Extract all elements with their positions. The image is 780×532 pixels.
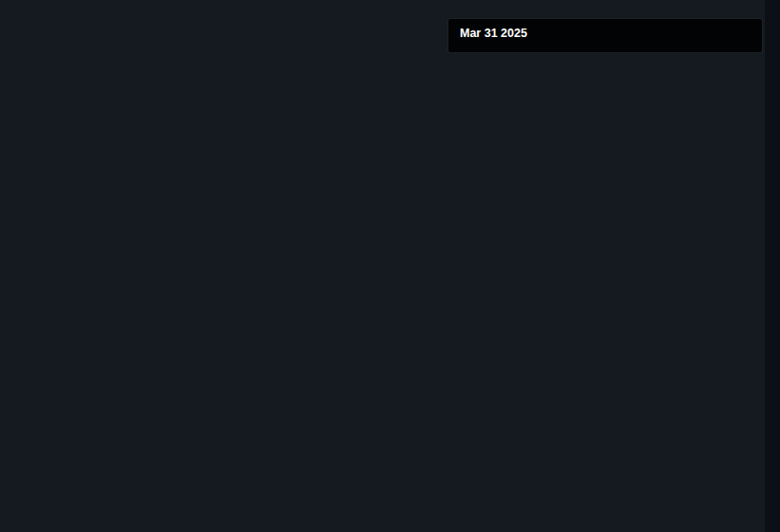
cashflow-history-chart[interactable] <box>0 0 780 532</box>
right-margin-strip <box>765 0 780 532</box>
tooltip-date: Mar 31 2025 <box>448 19 762 46</box>
chart-tooltip: Mar 31 2025 <box>448 19 762 52</box>
